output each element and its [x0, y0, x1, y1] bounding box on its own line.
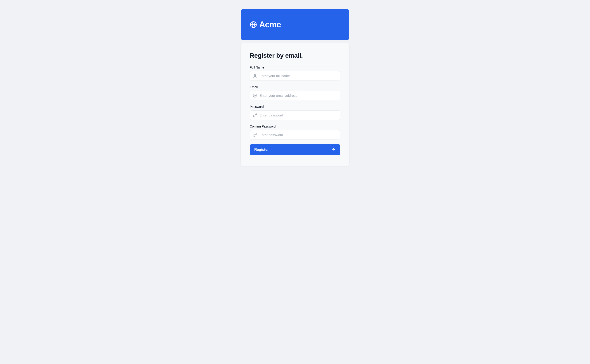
confirm-password-label: Confirm Password [250, 124, 340, 128]
password-group: Password [250, 105, 340, 120]
confirm-password-group: Confirm Password [250, 124, 340, 140]
full-name-label: Full Name [250, 65, 340, 69]
full-name-input-wrapper [250, 71, 340, 81]
globe-icon [250, 21, 257, 28]
register-button[interactable]: Register [250, 144, 340, 155]
form-title: Register by email. [250, 52, 340, 59]
email-input[interactable] [250, 91, 340, 100]
full-name-input[interactable] [250, 71, 340, 81]
email-input-wrapper [250, 91, 340, 100]
header-card: Acme [241, 9, 349, 40]
password-input[interactable] [250, 110, 340, 120]
logo-container: Acme [250, 20, 281, 29]
password-label: Password [250, 105, 340, 109]
confirm-password-input-wrapper [250, 130, 340, 140]
confirm-password-input[interactable] [250, 130, 340, 140]
email-label: Email [250, 85, 340, 89]
email-group: Email [250, 85, 340, 100]
full-name-group: Full Name [250, 65, 340, 81]
password-input-wrapper [250, 110, 340, 120]
page-wrapper: Acme Register by email. Full Name Email [241, 9, 349, 166]
register-button-label: Register [254, 148, 269, 152]
arrow-right-icon [331, 147, 336, 152]
form-card: Register by email. Full Name Email [241, 43, 349, 166]
brand-logo-text: Acme [259, 20, 281, 29]
